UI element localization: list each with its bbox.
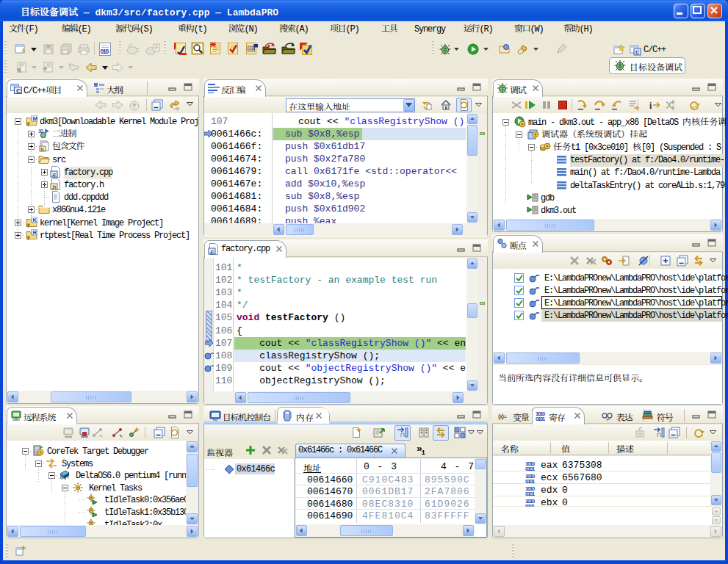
svg-text:0101: 0101 bbox=[525, 466, 535, 471]
svg-text:(x)=: (x)= bbox=[498, 413, 507, 420]
svg-text:0101: 0101 bbox=[525, 491, 535, 496]
svg-text:i: i bbox=[649, 101, 652, 111]
svg-text:0101: 0101 bbox=[536, 416, 545, 422]
svg-text:0101: 0101 bbox=[525, 478, 535, 484]
svg-text:010: 010 bbox=[101, 48, 109, 55]
